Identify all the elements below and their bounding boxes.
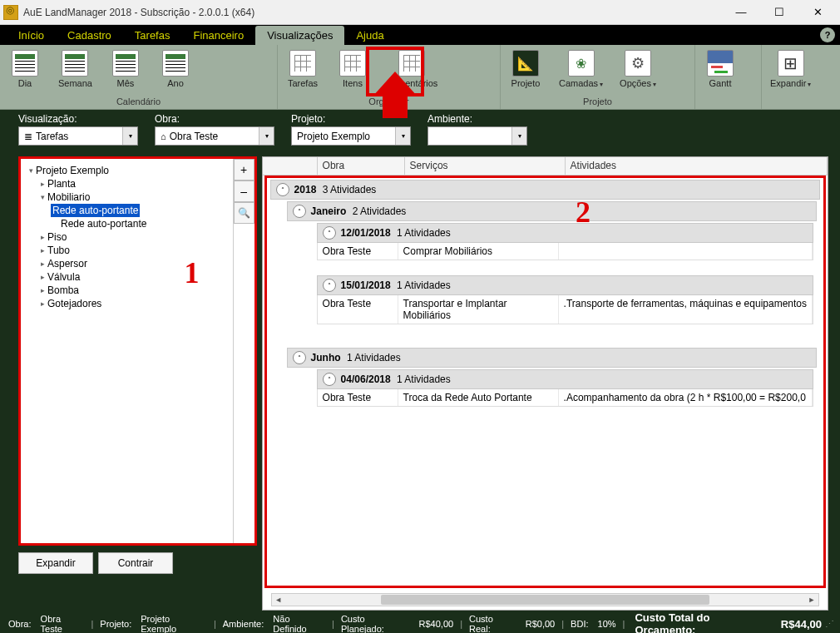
filter-label-obra: Obra:: [155, 113, 274, 125]
tree-search-button[interactable]: [234, 202, 254, 224]
ribbon: Dia Semana Mês Ano Calendário Tarefas It…: [0, 45, 840, 110]
status-total-label: Custo Total do Orçamento:: [635, 611, 771, 633]
calendar-day-icon: [12, 50, 38, 77]
ribbon-group-organizar: Organizar: [278, 95, 500, 109]
menubar: Início Cadastro Tarefas Financeiro Visua…: [0, 25, 840, 45]
group-month[interactable]: ˄Junho 1 Atividades: [287, 348, 817, 368]
ribbon-mes[interactable]: Mês: [101, 48, 151, 90]
calendar-month-icon: [112, 50, 139, 77]
chevron-down-icon: ▾: [259, 127, 274, 145]
annotation-1: 1: [185, 255, 200, 290]
tree-remove-button[interactable]: –: [234, 181, 254, 202]
filter-label-visualizacao: Visualização:: [18, 113, 138, 125]
list-icon: ≣: [24, 131, 32, 142]
filter-projeto[interactable]: Projeto Exemplo▾: [291, 126, 411, 146]
filter-obra[interactable]: ⌂ Obra Teste▾: [155, 126, 274, 146]
collapse-icon[interactable]: ˄: [323, 373, 336, 386]
maximize-button[interactable]: ☐: [760, 1, 798, 24]
tree-item[interactable]: Rede auto-portante: [22, 217, 231, 230]
tree-item[interactable]: ▸Planta: [22, 177, 231, 190]
activities-body: 2 ˄2018 3 Atividades ˄Janeiro 2 Atividad…: [264, 176, 826, 588]
group-year[interactable]: ˄2018 3 Atividades: [270, 180, 820, 200]
menu-visualizacoes[interactable]: Visualizações: [255, 26, 344, 45]
app-icon: [3, 5, 18, 20]
gear-icon: [625, 50, 651, 77]
scroll-thumb[interactable]: [381, 595, 709, 605]
column-header: Obra Serviços Atividades: [263, 157, 828, 176]
ribbon-semana[interactable]: Semana: [50, 48, 101, 90]
ribbon-ano[interactable]: Ano: [151, 48, 200, 90]
tree-item[interactable]: ▾Mobiliario: [22, 190, 231, 204]
home-icon: ⌂: [161, 131, 166, 141]
filter-visualizacao[interactable]: ≣ Tarefas▾: [18, 126, 138, 146]
tree-item[interactable]: ▸Tubo: [22, 244, 231, 257]
tree-add-button[interactable]: +: [234, 159, 254, 181]
ribbon-gantt[interactable]: Gantt: [695, 48, 745, 90]
expand-button[interactable]: Expandir: [18, 552, 93, 574]
tree-item[interactable]: ▸Piso: [22, 230, 231, 244]
activity-row[interactable]: Obra Teste Comprar Mobiliários: [317, 243, 813, 260]
tree-item[interactable]: ▸Aspersor: [22, 257, 231, 270]
tree-box: ▾Projeto Exemplo ▸Planta ▾Mobiliario Red…: [18, 156, 257, 546]
items-icon: [339, 50, 366, 77]
ribbon-expandir[interactable]: Expandir: [762, 48, 819, 90]
ribbon-camadas[interactable]: Camadas: [551, 48, 611, 90]
resize-grip[interactable]: ⋰: [825, 619, 832, 630]
ribbon-tarefas[interactable]: Tarefas: [278, 48, 328, 90]
menu-inicio[interactable]: Início: [7, 26, 56, 45]
col-servicos[interactable]: Serviços: [405, 157, 566, 175]
menu-financeiro[interactable]: Financeiro: [181, 26, 255, 45]
calendar-week-icon: [62, 50, 88, 77]
gantt-icon: [707, 50, 734, 77]
calendar-year-icon: [162, 50, 189, 77]
menu-ajuda[interactable]: Ajuda: [344, 26, 395, 45]
filter-ambiente[interactable]: ▾: [427, 126, 527, 146]
window-title: AuE LandManager 2018 - Subscrição - 2.0.…: [23, 7, 722, 18]
group-day[interactable]: ˄04/06/2018 1 Atividades: [317, 369, 813, 389]
group-month[interactable]: ˄Janeiro 2 Atividades: [287, 201, 817, 221]
tasks-icon: [289, 50, 316, 77]
tree-item[interactable]: ▸Válvula: [22, 270, 231, 284]
annotation-2: 2: [576, 195, 590, 230]
ribbon-projeto[interactable]: Projeto: [501, 48, 551, 90]
collapse-icon[interactable]: ˄: [323, 279, 336, 292]
ribbon-group-calendario: Calendário: [0, 95, 277, 109]
collapse-icon[interactable]: ˄: [293, 205, 306, 218]
project-tree[interactable]: ▾Projeto Exemplo ▸Planta ▾Mobiliario Red…: [21, 159, 233, 543]
ribbon-comentarios[interactable]: Comentários: [378, 48, 446, 90]
menu-cadastro[interactable]: Cadastro: [56, 26, 123, 45]
tree-root[interactable]: ▾Projeto Exemplo: [22, 164, 231, 177]
horizontal-scrollbar[interactable]: ◄ ►: [271, 593, 819, 606]
group-day[interactable]: ˄15/01/2018 1 Atividades: [317, 275, 813, 295]
layers-icon: [568, 50, 595, 77]
close-button[interactable]: ✕: [798, 1, 837, 24]
col-atividades[interactable]: Atividades: [566, 157, 828, 175]
status-bar: Obra: Obra Teste| Projeto: Projeto Exemp…: [0, 615, 840, 633]
collapse-icon[interactable]: ˄: [293, 351, 306, 364]
tree-item[interactable]: ▸Bomba: [22, 284, 231, 297]
help-icon[interactable]: ?: [820, 27, 835, 42]
contract-button[interactable]: Contrair: [98, 552, 173, 574]
filter-label-projeto: Projeto:: [291, 113, 411, 125]
scroll-left-icon[interactable]: ◄: [272, 596, 285, 604]
filter-label-ambiente: Ambiente:: [427, 113, 527, 125]
ribbon-opcoes[interactable]: Opções: [611, 48, 665, 90]
minimize-button[interactable]: —: [722, 1, 760, 24]
tree-item-selected[interactable]: Rede auto-portante: [22, 204, 231, 217]
group-day[interactable]: ˄12/01/2018 1 Atividades: [317, 223, 813, 243]
titlebar: AuE LandManager 2018 - Subscrição - 2.0.…: [0, 0, 840, 25]
ribbon-group-projeto: Projeto: [501, 95, 694, 109]
chevron-down-icon: ▾: [511, 127, 526, 145]
tree-item[interactable]: ▸Gotejadores: [22, 297, 231, 310]
chevron-down-icon: ▾: [122, 127, 137, 145]
scroll-right-icon[interactable]: ►: [805, 596, 818, 604]
collapse-icon[interactable]: ˄: [276, 183, 289, 196]
collapse-icon[interactable]: ˄: [323, 226, 336, 240]
activity-row[interactable]: Obra Teste Transportar e Implantar Mobil…: [317, 295, 813, 324]
ribbon-dia[interactable]: Dia: [0, 48, 50, 90]
ribbon-itens[interactable]: Itens: [328, 48, 378, 90]
col-obra[interactable]: Obra: [318, 157, 405, 175]
menu-tarefas[interactable]: Tarefas: [123, 26, 182, 45]
activity-row[interactable]: Obra Teste Troca da Rede Auto Portante .…: [317, 389, 813, 407]
status-total-value: R$44,00: [781, 618, 822, 631]
